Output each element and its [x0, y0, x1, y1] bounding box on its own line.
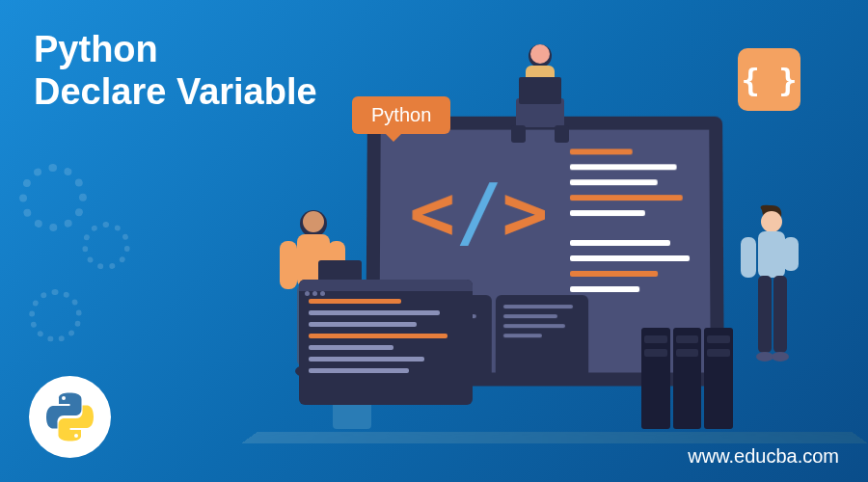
svg-rect-22	[783, 237, 799, 271]
gear-icon	[82, 222, 130, 270]
svg-rect-20	[758, 231, 785, 278]
gear-icon	[19, 164, 87, 231]
svg-point-25	[756, 352, 773, 362]
svg-rect-23	[758, 276, 772, 353]
svg-rect-6	[511, 125, 526, 143]
svg-point-19	[761, 211, 782, 232]
code-bracket-icon: </>	[409, 168, 549, 257]
svg-point-1	[530, 44, 550, 64]
svg-rect-11	[280, 241, 297, 289]
person-standing-right-icon	[723, 202, 829, 424]
python-logo-icon	[29, 376, 111, 458]
svg-point-26	[772, 352, 789, 362]
title-line-1: Python	[34, 29, 158, 69]
person-sitting-icon	[492, 39, 588, 145]
server-rack-icon	[641, 328, 733, 429]
svg-point-27	[62, 396, 66, 400]
code-lines-decoration	[570, 148, 695, 302]
code-window-decoration	[299, 280, 473, 405]
footer-url: www.educba.com	[688, 445, 839, 468]
svg-rect-7	[555, 125, 569, 143]
svg-rect-5	[519, 77, 561, 104]
svg-rect-24	[773, 276, 787, 353]
hero-illustration: </> Python { }	[270, 29, 810, 443]
svg-point-9	[303, 211, 324, 232]
gear-icon	[29, 289, 82, 342]
curly-braces-icon: { }	[738, 48, 800, 111]
python-tag-badge: Python	[352, 96, 450, 134]
svg-point-28	[74, 434, 78, 438]
svg-rect-21	[741, 237, 756, 278]
